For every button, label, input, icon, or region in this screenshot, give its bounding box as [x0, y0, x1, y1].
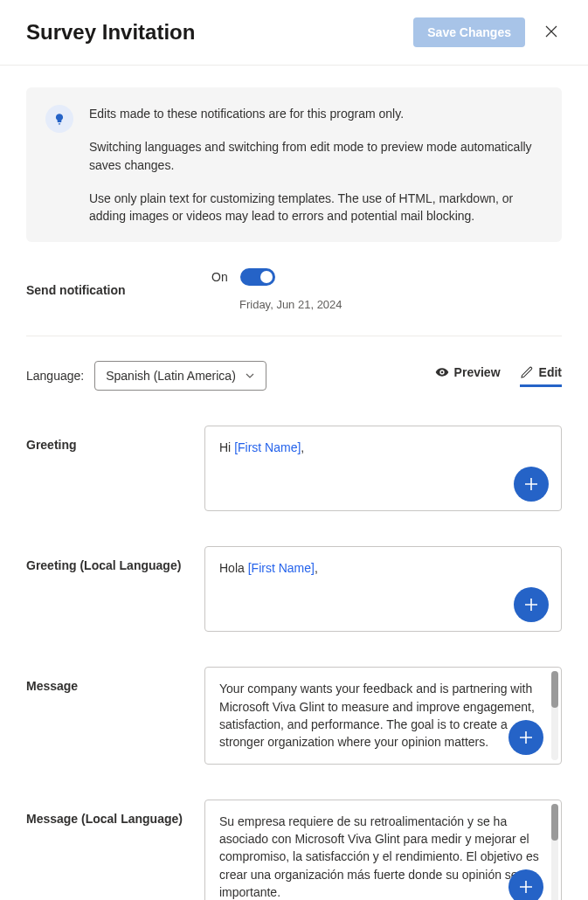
greeting-local-label: Greeting (Local Language): [26, 546, 204, 632]
pencil-icon: [520, 365, 534, 379]
notification-date: Friday, Jun 21, 2024: [239, 298, 342, 311]
add-token-button[interactable]: [508, 720, 543, 755]
greeting-label: Greeting: [26, 426, 204, 511]
greeting-local-prefix: Hola: [219, 561, 248, 575]
greeting-input[interactable]: Hi [First Name],: [204, 426, 562, 511]
add-token-button[interactable]: [514, 467, 549, 502]
info-paragraph-2: Switching languages and switching from e…: [89, 138, 543, 174]
first-name-token: [First Name]: [248, 561, 315, 575]
add-token-button[interactable]: [508, 869, 543, 900]
plus-icon: [523, 597, 539, 613]
plus-icon: [523, 476, 539, 492]
send-notification-label: Send notification: [26, 283, 211, 297]
message-local-label: Message (Local Language): [26, 800, 204, 900]
greeting-local-input[interactable]: Hola [First Name],: [204, 546, 562, 632]
save-changes-button[interactable]: Save Changes: [413, 17, 525, 47]
info-paragraph-1: Edits made to these notifications are fo…: [89, 105, 543, 122]
tab-preview[interactable]: Preview: [435, 365, 501, 387]
page-title: Survey Invitation: [26, 20, 195, 45]
close-icon: [544, 24, 558, 38]
lightbulb-icon: [45, 105, 73, 133]
divider: [26, 336, 562, 336]
info-paragraph-3: Use only plain text for customizing temp…: [89, 190, 543, 225]
greeting-local-suffix: ,: [315, 561, 318, 575]
plus-icon: [518, 730, 534, 745]
close-button[interactable]: [541, 21, 562, 45]
language-select[interactable]: Spanish (Latin America): [94, 361, 266, 391]
language-label: Language:: [26, 369, 84, 383]
tab-preview-label: Preview: [454, 365, 501, 379]
add-token-button[interactable]: [514, 587, 549, 622]
message-text: Your company wants your feedback and is …: [219, 682, 535, 749]
scrollbar-thumb[interactable]: [551, 804, 558, 841]
plus-icon: [518, 879, 534, 895]
language-selected-value: Spanish (Latin America): [106, 369, 236, 383]
tab-edit[interactable]: Edit: [520, 365, 562, 387]
greeting-prefix: Hi: [219, 440, 234, 454]
eye-icon: [435, 365, 449, 379]
info-banner: Edits made to these notifications are fo…: [26, 87, 562, 242]
scrollbar-thumb[interactable]: [551, 671, 558, 708]
greeting-suffix: ,: [301, 440, 304, 454]
send-notification-toggle[interactable]: [240, 268, 275, 286]
toggle-state-label: On: [211, 270, 228, 284]
message-local-text: Su empresa requiere de su retroalimentac…: [219, 814, 539, 899]
message-input[interactable]: Your company wants your feedback and is …: [204, 667, 562, 764]
chevron-down-icon: [245, 370, 255, 381]
first-name-token: [First Name]: [234, 440, 301, 454]
message-label: Message: [26, 667, 204, 764]
message-local-input[interactable]: Su empresa requiere de su retroalimentac…: [204, 800, 562, 900]
tab-edit-label: Edit: [539, 365, 562, 379]
